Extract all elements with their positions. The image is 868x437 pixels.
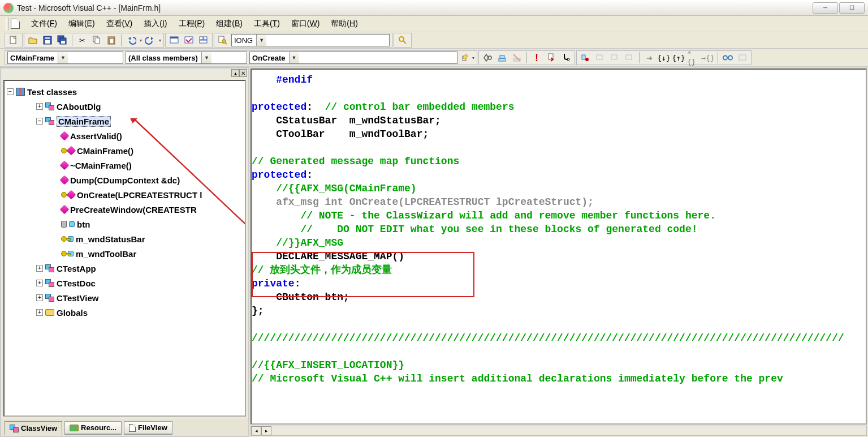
open-icon[interactable]: [27, 34, 39, 46]
menu-file[interactable]: 文件(F): [31, 19, 57, 29]
code-line: CStatusBar m_wndStatusBar;: [252, 115, 441, 126]
horizontal-scrollbar[interactable]: ◂ ▸: [251, 426, 867, 436]
pane-min-button[interactable]: ▴: [231, 69, 239, 77]
execute-icon[interactable]: [545, 52, 558, 64]
menu-build[interactable]: 组建(B): [216, 19, 243, 29]
expand-icon[interactable]: +: [36, 294, 43, 301]
find-icon[interactable]: [396, 34, 409, 46]
tree-root[interactable]: − Test classes: [7, 84, 243, 99]
watch-icon[interactable]: [608, 52, 621, 64]
go-icon[interactable]: [560, 52, 572, 64]
expand-icon[interactable]: +: [36, 265, 43, 272]
scroll-right-button[interactable]: ▸: [261, 426, 271, 435]
tool-extra-icon[interactable]: [736, 52, 749, 64]
menu-edit[interactable]: 编辑(E): [68, 19, 95, 29]
quickwatch-icon[interactable]: [594, 52, 606, 64]
pane-header: ▴ ✕: [1, 68, 248, 78]
disasm-icon[interactable]: [623, 52, 636, 64]
tree-item[interactable]: +CAboutDlg: [7, 99, 243, 114]
chevron-down-icon[interactable]: ▼: [58, 52, 68, 63]
maximize-button[interactable]: ☐: [839, 2, 865, 14]
tree-item[interactable]: −CMainFrame: [7, 114, 243, 128]
code-line: :: [295, 278, 301, 289]
class-tree[interactable]: − Test classes +CAboutDlg−CMainFrameAsse…: [3, 80, 246, 417]
new-file-icon[interactable]: [7, 34, 20, 46]
chevron-down-icon[interactable]: ▼: [201, 52, 211, 63]
run-cursor-icon[interactable]: →{}: [702, 52, 714, 64]
copy-icon[interactable]: [90, 34, 103, 46]
main-split: ▴ ✕ − Test classes +CAboutDlg−CMainFrame…: [0, 67, 868, 437]
build-icon[interactable]: [496, 52, 508, 64]
expand-icon[interactable]: +: [36, 280, 43, 286]
tab-fileview-label: FileView: [138, 423, 167, 432]
svg-point-36: [728, 55, 732, 59]
tab-classview[interactable]: ClassView: [5, 421, 62, 435]
menu-window[interactable]: 窗口(W): [291, 19, 320, 29]
menu-project[interactable]: 工程(P): [179, 19, 205, 29]
find-combo[interactable]: IONG ▼: [231, 34, 390, 46]
find-in-files-icon[interactable]: [217, 34, 229, 46]
expand-icon[interactable]: +: [36, 103, 43, 110]
svg-rect-38: [739, 55, 746, 60]
wizard-icon[interactable]: [460, 52, 472, 64]
cut-icon[interactable]: ✂: [76, 34, 88, 46]
titlebar: Test - Microsoft Visual C++ - [MainFrm.h…: [0, 0, 868, 16]
svg-rect-14: [200, 37, 203, 40]
chevron-down-icon[interactable]: ▼: [289, 52, 299, 63]
tree-item[interactable]: +Globals: [7, 305, 243, 320]
class-combo[interactable]: CMainFrame ▼: [7, 52, 123, 64]
document-icon[interactable]: [11, 19, 20, 29]
break-icon[interactable]: !: [530, 52, 543, 64]
menu-view[interactable]: 查看(V): [106, 19, 133, 29]
svg-rect-6: [61, 41, 65, 44]
tree-item[interactable]: +CTestDoc: [7, 276, 243, 290]
svg-rect-32: [597, 55, 602, 59]
tree-item[interactable]: Dump(CDumpContext &dc): [7, 173, 243, 187]
chevron-down-icon[interactable]: ▼: [256, 35, 266, 46]
member-combo[interactable]: OnCreate ▼: [249, 52, 457, 64]
run-to-icon[interactable]: *{}: [687, 52, 699, 64]
workspace-icon[interactable]: [183, 34, 195, 46]
code-line: //{{AFX_MSG(CMainFrame): [252, 183, 417, 194]
step-out-icon[interactable]: {↑}: [672, 52, 685, 64]
tree-item[interactable]: CMainFrame(): [7, 143, 243, 158]
collapse-icon[interactable]: −: [7, 88, 14, 95]
tree-item-label: ~CMainFrame(): [70, 161, 132, 170]
tree-item[interactable]: m_wndStatusBar: [7, 232, 243, 246]
tree-item[interactable]: AssertValid(): [7, 128, 243, 143]
compile-icon[interactable]: [481, 52, 494, 64]
tree-item[interactable]: btn: [7, 217, 243, 232]
tab-fileview[interactable]: FileView: [124, 421, 172, 435]
pane-close-button[interactable]: ✕: [239, 69, 247, 77]
function-icon: [60, 161, 70, 170]
filter-combo[interactable]: (All class members) ▼: [126, 52, 247, 64]
tree-item[interactable]: m_wndToolBar: [7, 246, 243, 261]
spectacles-icon[interactable]: [722, 52, 734, 64]
expand-icon[interactable]: +: [36, 309, 43, 316]
step-over-icon[interactable]: ➔: [643, 52, 655, 64]
scroll-left-button[interactable]: ◂: [251, 426, 261, 435]
minimize-button[interactable]: ─: [813, 2, 838, 14]
undo-icon[interactable]: [125, 34, 137, 46]
tree-item[interactable]: +CTestApp: [7, 261, 243, 276]
save-icon[interactable]: [41, 34, 54, 46]
tree-item[interactable]: ~CMainFrame(): [7, 158, 243, 173]
paste-icon[interactable]: [105, 34, 118, 46]
menu-insert[interactable]: 插入(I): [144, 19, 167, 29]
menu-help[interactable]: 帮助(H): [331, 19, 357, 29]
tab-resourceview[interactable]: Resourc...: [64, 421, 122, 435]
redo-icon[interactable]: [144, 34, 157, 46]
step-into-icon[interactable]: {↓}: [658, 52, 670, 64]
code-editor[interactable]: #endif protected: // control bar embedde…: [251, 68, 867, 425]
menu-tools[interactable]: 工具(T): [254, 19, 280, 29]
collapse-icon[interactable]: −: [36, 118, 43, 125]
save-all-icon[interactable]: [56, 34, 68, 46]
tree-item[interactable]: +CTestView: [7, 290, 243, 305]
tile-icon[interactable]: [197, 34, 210, 46]
window-list-icon[interactable]: [168, 34, 180, 46]
stop-build-icon[interactable]: [511, 52, 523, 64]
tree-item[interactable]: PreCreateWindow(CREATESTR: [7, 202, 243, 217]
tree-item-label: Dump(CDumpContext &dc): [70, 175, 180, 185]
tree-item[interactable]: OnCreate(LPCREATESTRUCT l: [7, 187, 243, 202]
breakpoint-icon[interactable]: [579, 52, 591, 64]
